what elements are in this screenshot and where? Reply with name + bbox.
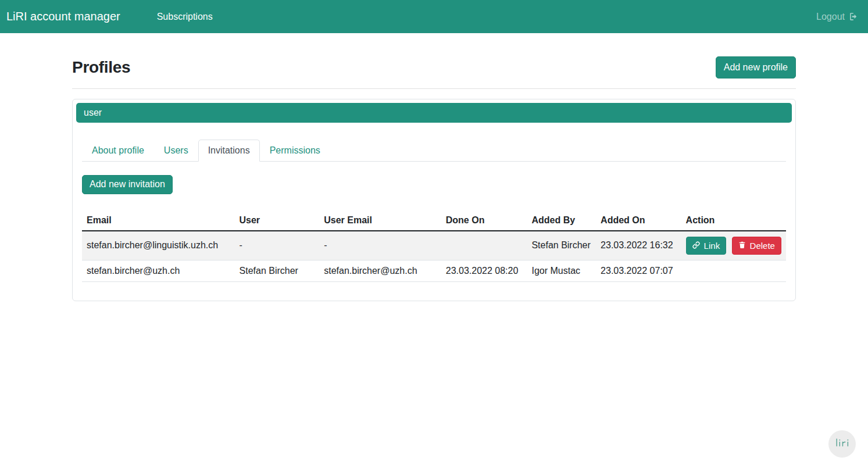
invitations-tab-panel: Add new invitation Email User User Email… bbox=[73, 162, 795, 300]
column-added-on: Added On bbox=[596, 210, 681, 231]
table-row: stefan.bircher@linguistik.uzh.ch - - Ste… bbox=[82, 231, 786, 260]
table-row: stefan.bircher@uzh.ch Stefan Bircher ste… bbox=[82, 260, 786, 281]
cell-added-on: 23.03.2022 16:32 bbox=[596, 231, 681, 260]
link-button-label: Link bbox=[704, 240, 720, 252]
cell-added-on: 23.03.2022 07:07 bbox=[596, 260, 681, 281]
trash-icon bbox=[738, 240, 746, 252]
tab-invitations[interactable]: Invitations bbox=[198, 140, 260, 162]
cell-email: stefan.bircher@linguistik.uzh.ch bbox=[82, 231, 235, 260]
tab-about-profile[interactable]: About profile bbox=[82, 140, 154, 162]
main-content: Profiles Add new profile user About prof… bbox=[72, 56, 796, 301]
column-user-email: User Email bbox=[319, 210, 441, 231]
cell-done-on bbox=[441, 231, 527, 260]
top-navbar: LiRI account manager Subscriptions Logou… bbox=[0, 0, 868, 33]
header-divider bbox=[72, 88, 796, 89]
logout-label: Logout bbox=[816, 12, 845, 22]
column-action: Action bbox=[681, 210, 786, 231]
profile-banner[interactable]: user bbox=[76, 103, 792, 123]
cell-added-by: Igor Mustac bbox=[527, 260, 596, 281]
page-header: Profiles Add new profile bbox=[72, 56, 796, 78]
column-done-on: Done On bbox=[441, 210, 527, 231]
cell-done-on: 23.03.2022 08:20 bbox=[441, 260, 527, 281]
link-button[interactable]: Link bbox=[686, 237, 727, 255]
column-email: Email bbox=[82, 210, 235, 231]
liri-logo bbox=[828, 430, 856, 458]
delete-button-label: Delete bbox=[750, 240, 775, 252]
logout-button[interactable]: Logout bbox=[816, 12, 859, 22]
page-title: Profiles bbox=[72, 58, 130, 77]
table-header-row: Email User User Email Done On Added By A… bbox=[82, 210, 786, 231]
add-new-profile-button[interactable]: Add new profile bbox=[716, 56, 796, 78]
cell-user-email: - bbox=[319, 231, 441, 260]
app-brand[interactable]: LiRI account manager bbox=[6, 10, 120, 23]
cell-email: stefan.bircher@uzh.ch bbox=[82, 260, 235, 281]
link-icon bbox=[692, 240, 700, 252]
cell-user-email: stefan.bircher@uzh.ch bbox=[319, 260, 441, 281]
tab-bar: About profile Users Invitations Permissi… bbox=[82, 140, 786, 162]
sign-out-icon bbox=[849, 12, 859, 22]
column-added-by: Added By bbox=[527, 210, 596, 231]
invitations-table: Email User User Email Done On Added By A… bbox=[82, 210, 786, 282]
liri-logo-glyph bbox=[834, 437, 851, 451]
column-user: User bbox=[235, 210, 320, 231]
delete-button[interactable]: Delete bbox=[732, 237, 781, 255]
tab-permissions[interactable]: Permissions bbox=[260, 140, 330, 162]
profile-card: user About profile Users Invitations Per… bbox=[72, 99, 796, 301]
tab-users[interactable]: Users bbox=[154, 140, 198, 162]
cell-added-by: Stefan Bircher bbox=[527, 231, 596, 260]
cell-actions bbox=[681, 260, 786, 281]
cell-user: Stefan Bircher bbox=[235, 260, 320, 281]
add-new-invitation-button[interactable]: Add new invitation bbox=[82, 175, 173, 194]
navbar-links: Subscriptions bbox=[157, 7, 213, 27]
cell-actions: Link Delete bbox=[681, 231, 786, 260]
cell-user: - bbox=[235, 231, 320, 260]
nav-item-subscriptions[interactable]: Subscriptions bbox=[157, 7, 213, 27]
